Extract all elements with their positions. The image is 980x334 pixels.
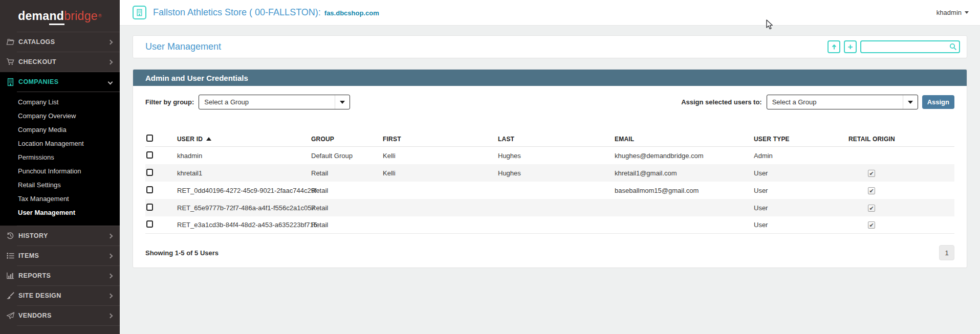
chevron-down-icon — [340, 101, 345, 104]
store-domain: fas.dbcshop.com — [324, 9, 379, 17]
retail-origin-checked-icon: ✔ — [868, 170, 875, 177]
sidebar-item-label: HISTORY — [18, 232, 48, 239]
cell-email: khughes@demandbridge.com — [615, 152, 754, 160]
search-icon[interactable] — [949, 43, 957, 53]
sidebar-item-reports[interactable]: REPORTS — [0, 266, 120, 285]
table-row: RET_e3a1cd3b-84f4-48d2-a453-a635223bf715… — [145, 216, 954, 234]
admin-user-credentials-panel: Admin and User Credentials Filter by gro… — [133, 69, 967, 268]
cell-group: Default Group — [311, 152, 383, 160]
cell-user-type: Admin — [754, 152, 848, 160]
cell-first: Kelli — [383, 152, 498, 160]
folder-icon — [6, 38, 15, 47]
table-row: khadmin Default Group Kelli Hughes khugh… — [145, 147, 954, 164]
add-user-button[interactable]: + — [844, 40, 857, 53]
cell-user-type: User — [754, 169, 848, 177]
logo-text-demand: demand — [18, 9, 64, 23]
user-name: khadmin — [937, 9, 962, 16]
sidebar-item-company-overview[interactable]: Company Overview — [0, 109, 120, 123]
table-header-row: USER ID GROUP FIRST LAST EMAIL USER TYPE… — [145, 131, 954, 147]
sidebar-item-user-management[interactable]: User Management — [0, 206, 120, 219]
store-title: Fallston Athletics Store ( 00-FALLSTON): — [153, 7, 321, 18]
sidebar-item-punchout-information[interactable]: Punchout Information — [0, 164, 120, 178]
cell-user-type: User — [754, 187, 848, 194]
top-header-bar: Fallston Athletics Store ( 00-FALLSTON):… — [120, 0, 980, 26]
sidebar-item-vendors[interactable]: VENDORS — [0, 306, 120, 325]
cell-first: Kelli — [383, 169, 498, 177]
sidebar-item-companies[interactable]: COMPANIES — [0, 72, 120, 92]
divider — [17, 325, 120, 326]
row-checkbox[interactable] — [146, 169, 153, 176]
assign-button[interactable]: Assign — [922, 95, 954, 109]
sidebar-item-retail-settings[interactable]: Retail Settings — [0, 178, 120, 192]
column-header-user-type[interactable]: USER TYPE — [754, 136, 848, 143]
column-header-retail-origin[interactable]: RETAIL ORIGIN — [848, 136, 954, 143]
history-icon — [6, 232, 15, 240]
chevron-right-icon — [108, 253, 113, 258]
chevron-right-icon — [108, 39, 113, 44]
column-header-group[interactable]: GROUP — [311, 136, 383, 143]
row-checkbox[interactable] — [146, 204, 153, 211]
cell-retail-origin: ✔ — [848, 221, 954, 229]
sidebar-item-label: VENDORS — [18, 312, 52, 319]
filter-by-group-label: Filter by group: — [145, 98, 194, 106]
registered-mark: ® — [98, 13, 102, 18]
cell-retail-origin: ✔ — [848, 169, 954, 177]
select-all-checkbox[interactable] — [146, 135, 153, 142]
cell-user-id: RET_0dd40196-4272-45c9-9021-2faac744c29f — [177, 187, 311, 194]
sidebar-item-label: COMPANIES — [18, 78, 58, 85]
title-actions: + — [827, 40, 960, 53]
row-checkbox[interactable] — [146, 220, 153, 228]
bar-chart-icon — [6, 272, 15, 280]
demandbridge-logo[interactable]: demandbridge® — [0, 0, 120, 32]
sidebar-item-location-management[interactable]: Location Management — [0, 137, 120, 150]
dropdown-value: Select a Group — [199, 98, 335, 106]
pagination-page-1-button[interactable]: 1 — [939, 245, 954, 260]
sidebar-item-label: REPORTS — [18, 272, 51, 279]
sidebar-item-label: CATALOGS — [18, 38, 55, 46]
column-header-last[interactable]: LAST — [498, 136, 615, 143]
sidebar-item-site-design[interactable]: SITE DESIGN — [0, 286, 120, 305]
column-header-first[interactable]: FIRST — [383, 136, 498, 143]
paper-plane-icon — [6, 311, 15, 320]
table-row: RET_0dd40196-4272-45c9-9021-2faac744c29f… — [145, 182, 954, 199]
row-checkbox[interactable] — [146, 151, 153, 159]
filter-group-dropdown[interactable]: Select a Group — [199, 95, 350, 109]
cell-retail-origin: ✔ — [848, 187, 954, 194]
row-checkbox[interactable] — [146, 186, 153, 193]
sidebar-item-items[interactable]: ITEMS — [0, 246, 120, 265]
filter-row: Filter by group: Select a Group Assign s… — [133, 86, 967, 109]
column-header-email[interactable]: EMAIL — [615, 136, 754, 143]
cell-group: Retail — [311, 187, 383, 194]
sidebar-item-permissions[interactable]: Permissions — [0, 150, 120, 164]
page-title: User Management — [145, 41, 221, 52]
retail-origin-checked-icon: ✔ — [868, 221, 875, 229]
column-label: USER ID — [177, 136, 203, 143]
sidebar: demandbridge® CATALOGS CHECKOUT COMPANIE… — [0, 0, 120, 334]
chevron-right-icon — [108, 293, 113, 298]
cell-user-type: User — [754, 204, 848, 212]
assign-group-dropdown[interactable]: Select a Group — [767, 95, 918, 109]
cell-last: Hughes — [498, 152, 615, 160]
sidebar-item-company-media[interactable]: Company Media — [0, 123, 120, 137]
export-up-arrow-button[interactable] — [827, 40, 840, 53]
cell-user-id: RET_e3a1cd3b-84f4-48d2-a453-a635223bf715 — [177, 221, 311, 229]
cell-email: baseballmom15@gmail.com — [615, 187, 754, 194]
sidebar-item-checkout[interactable]: CHECKOUT — [0, 52, 120, 72]
user-account-menu[interactable]: khadmin — [937, 9, 969, 16]
cell-email: khretail1@gmail.com — [615, 169, 754, 177]
search-input[interactable] — [860, 40, 960, 53]
cell-group: Retail — [311, 221, 383, 229]
chevron-down-icon — [908, 101, 913, 104]
chevron-right-icon — [108, 313, 113, 318]
sidebar-item-history[interactable]: HISTORY — [0, 226, 120, 246]
list-icon — [6, 252, 15, 260]
table-row: khretail1 Retail Kelli Hughes khretail1@… — [145, 164, 954, 182]
table-footer: Showing 1-5 of 5 Users 1 — [133, 234, 967, 260]
sidebar-item-label: ITEMS — [18, 252, 39, 259]
cell-last: Hughes — [498, 169, 615, 177]
column-header-user-id[interactable]: USER ID — [177, 136, 311, 143]
sidebar-item-catalogs[interactable]: CATALOGS — [0, 32, 120, 52]
sidebar-item-company-list[interactable]: Company List — [0, 95, 120, 109]
chevron-down-icon — [965, 11, 969, 14]
sidebar-item-tax-management[interactable]: Tax Management — [0, 192, 120, 206]
